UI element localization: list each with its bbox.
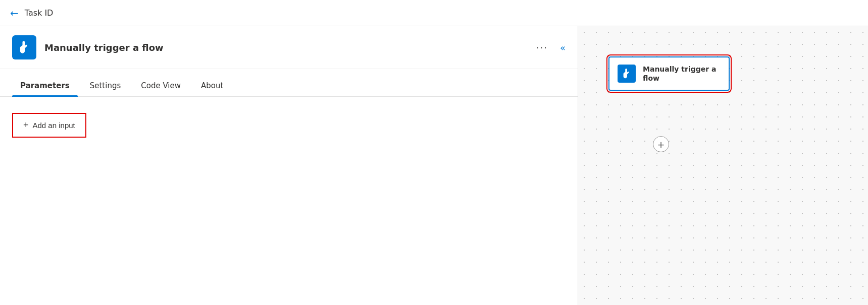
trigger-icon <box>12 35 36 59</box>
top-bar: ← Task ID <box>0 0 868 26</box>
add-input-button[interactable]: + Add an input <box>12 113 86 138</box>
tab-about[interactable]: About <box>193 75 231 96</box>
tab-code-view[interactable]: Code View <box>133 75 189 96</box>
tab-parameters[interactable]: Parameters <box>12 75 78 96</box>
panel-title: Manually trigger a flow <box>44 42 532 53</box>
collapse-button[interactable]: « <box>560 42 566 53</box>
add-input-label: Add an input <box>33 121 75 130</box>
left-panel: Manually trigger a flow ··· « Parameters… <box>0 26 578 305</box>
flow-card-text: Manually trigger a flow <box>643 65 717 83</box>
tabs-container: Parameters Settings Code View About <box>0 75 578 97</box>
plus-icon: + <box>23 120 29 131</box>
canvas-panel: Manually trigger a flow + <box>578 26 868 305</box>
panel-header: Manually trigger a flow ··· « <box>0 26 578 69</box>
panel-content: + Add an input <box>0 97 578 305</box>
page-title: Task ID <box>25 8 54 18</box>
more-options-button[interactable]: ··· <box>532 40 552 55</box>
main-container: Manually trigger a flow ··· « Parameters… <box>0 26 868 305</box>
touch-icon <box>17 40 31 54</box>
header-actions: ··· « <box>532 40 566 55</box>
back-button[interactable]: ← <box>10 7 19 19</box>
flow-touch-icon <box>621 68 632 79</box>
add-step-button[interactable]: + <box>653 136 669 152</box>
tab-settings[interactable]: Settings <box>82 75 129 96</box>
flow-card[interactable]: Manually trigger a flow <box>608 56 730 91</box>
flow-card-icon <box>618 65 636 83</box>
